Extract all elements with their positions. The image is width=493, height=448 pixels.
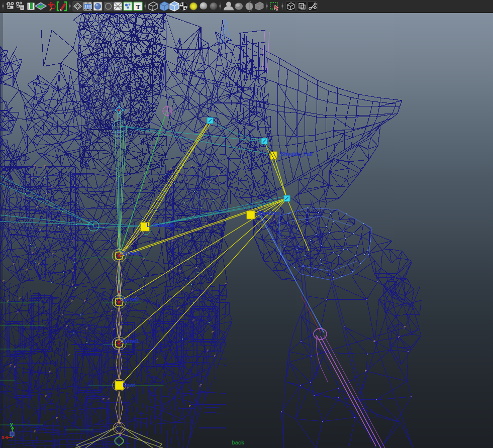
svg-text:Spine2: Spine2 [121, 296, 139, 302]
svg-text:y: y [10, 421, 13, 427]
svg-text:Spine3: Spine3 [121, 250, 139, 256]
svg-text:L_Clavicle: L_Clavicle [147, 222, 174, 228]
svg-text:Root: Root [123, 382, 135, 388]
svg-text:back: back [232, 439, 245, 445]
svg-text:Spine1: Spine1 [121, 338, 139, 344]
svg-text:T: T [136, 3, 141, 11]
svg-text:_Shoulde_Pad: _Shoulde_Pad [277, 151, 313, 157]
svg-text:_Shoulder: _Shoulder [255, 210, 280, 216]
svg-text:x: x [2, 434, 5, 440]
